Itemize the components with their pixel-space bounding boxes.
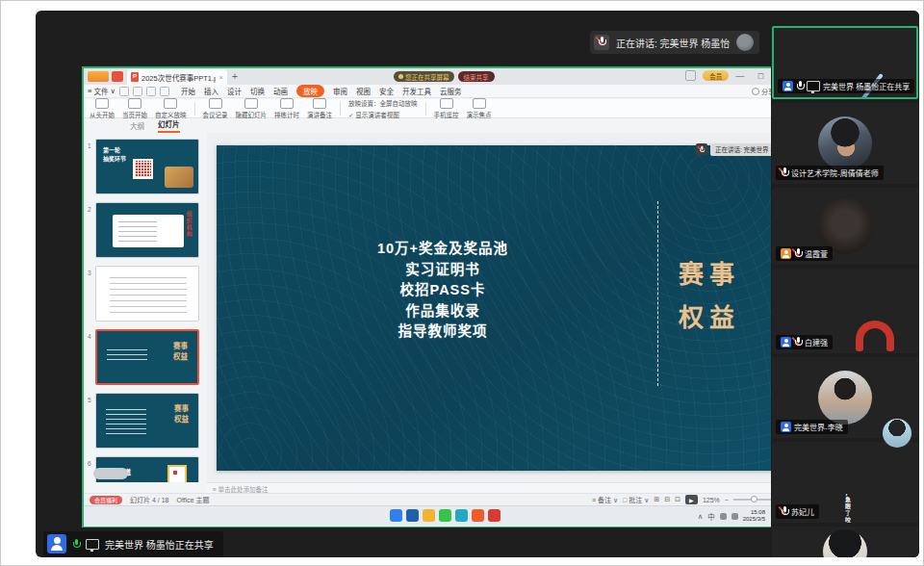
view-sorter-icon[interactable]: ⊟ bbox=[664, 496, 670, 503]
zoom-level[interactable]: 125% bbox=[703, 497, 720, 503]
tool-meeting-record[interactable]: 会议记录 bbox=[203, 98, 228, 119]
wechat-icon[interactable] bbox=[439, 509, 451, 522]
shared-screen-frame: 2025次世代赛事PPT1.pptx × + 您正在共享屏幕 结束共享 会员 —… bbox=[82, 66, 794, 527]
promo-pill[interactable]: 会员福利 bbox=[90, 496, 122, 504]
current-slide[interactable]: 10万+奖金及奖品池 实习证明书 校招PASS卡 作品集收录 指导教师奖项 赛事… bbox=[217, 145, 779, 471]
tray-expand-icon[interactable]: ∧ bbox=[698, 512, 704, 521]
wps-home-button[interactable] bbox=[88, 71, 109, 82]
thumb-number: 4 bbox=[88, 333, 91, 340]
participant-tile[interactable]: ，急眼了咬不到就急眼 苏妃儿 bbox=[772, 442, 918, 523]
sharing-indicator-pill: 您正在共享屏幕 bbox=[394, 71, 454, 82]
floating-cartoon-avatar bbox=[883, 419, 911, 448]
save-icon[interactable] bbox=[119, 87, 129, 96]
tab-review[interactable]: 审阅 bbox=[333, 86, 347, 96]
close-tab-icon[interactable]: × bbox=[218, 73, 223, 82]
tool-phone-remote[interactable]: 手机遥控 bbox=[434, 98, 459, 119]
browser-icon[interactable] bbox=[455, 509, 468, 522]
wifi-icon[interactable] bbox=[720, 513, 727, 520]
bullet-line: 实习证明书 bbox=[327, 260, 558, 281]
tab-home[interactable]: 开始 bbox=[181, 86, 195, 96]
play-slideshow-button[interactable]: ▶ bbox=[685, 495, 698, 504]
tab-slides[interactable]: 幻灯片 bbox=[158, 118, 180, 133]
volume-icon[interactable] bbox=[732, 513, 738, 520]
notes-bar[interactable]: ≡ 单击此处添加备注 bbox=[207, 482, 794, 493]
focus-icon bbox=[473, 98, 486, 109]
participant-name: 白建强 bbox=[805, 337, 828, 347]
tab-insert[interactable]: 插入 bbox=[204, 86, 218, 96]
print-icon[interactable] bbox=[133, 87, 142, 96]
ppt-doc-icon bbox=[131, 72, 139, 82]
windows-taskbar: ∧ 中 15:08 2025/3/5 bbox=[84, 505, 792, 527]
tool-custom-show[interactable]: 自定义放映 bbox=[155, 98, 187, 119]
ribbon-tabs: 开始 插入 设计 切换 动画 放映 审阅 视图 安全 开发工具 云服务 bbox=[181, 85, 462, 97]
presenter-view-checkbox[interactable]: ✓ 显示演讲者视图 bbox=[348, 110, 418, 119]
tool-rehearse[interactable]: 排练计时 bbox=[274, 98, 299, 119]
participants-panel: 完美世界 杨墨怡正在共享 设计艺术学院-周倩倩老师 温霞萱 bbox=[771, 11, 919, 557]
ppt-app-icon[interactable] bbox=[488, 509, 500, 522]
play-screen-icon bbox=[95, 98, 109, 109]
undo-icon[interactable] bbox=[146, 87, 156, 96]
view-normal-icon[interactable]: ⊞ bbox=[654, 496, 659, 503]
apps-grid-icon[interactable] bbox=[685, 70, 696, 81]
slide-thumbnail-4-selected[interactable]: 赛事权益 bbox=[95, 329, 199, 385]
status-bar: 会员福利 幻灯片 4 / 18 Office 主题 ≡ 备注 ∨ □ 批注 ∨ … bbox=[84, 493, 792, 505]
slide-thumbnail-3[interactable] bbox=[95, 266, 199, 322]
tool-from-current[interactable]: 当页开始 bbox=[122, 98, 147, 119]
bullet-line: 作品集收录 bbox=[327, 301, 558, 322]
participant-tile-sharer[interactable]: 完美世界 杨墨怡正在共享 bbox=[772, 26, 918, 99]
notes-toggle[interactable]: ≡ 备注 ∨ bbox=[592, 495, 618, 504]
meeting-icon bbox=[209, 98, 222, 109]
member-badge-icon bbox=[781, 248, 791, 259]
redo-icon[interactable] bbox=[160, 87, 169, 96]
document-tab[interactable]: 2025次世代赛事PPT1.pptx × bbox=[127, 69, 227, 85]
mic-badge-icon bbox=[696, 143, 707, 155]
participant-tile-partial[interactable] bbox=[772, 527, 918, 557]
participant-tile[interactable]: 设计艺术学院-周倩倩老师 bbox=[772, 103, 918, 184]
participant-name: 完美世界-李晓 bbox=[794, 422, 843, 432]
participant-tile[interactable]: 白建强 bbox=[772, 269, 918, 353]
toolbar-divider bbox=[194, 102, 195, 116]
comments-toggle[interactable]: □ 批注 ∨ bbox=[623, 495, 649, 504]
participant-tile[interactable]: 温霞萱 bbox=[772, 188, 918, 265]
tab-cloud[interactable]: 云服务 bbox=[440, 86, 462, 96]
tab-transition[interactable]: 切换 bbox=[250, 86, 265, 96]
host-badge-icon bbox=[783, 81, 793, 91]
toolbar-divider bbox=[425, 102, 426, 116]
slide-thumbnail-2[interactable]: 组织机构 bbox=[95, 202, 199, 258]
wps-app-icon[interactable] bbox=[472, 509, 484, 522]
zoom-slider-knob[interactable] bbox=[751, 496, 757, 502]
tab-view[interactable]: 视图 bbox=[356, 86, 371, 96]
tool-speaker-notes[interactable]: 演讲备注 bbox=[307, 98, 332, 119]
tool-hide-slide[interactable]: 隐藏幻灯片 bbox=[236, 98, 268, 119]
view-reading-icon[interactable]: ⊡ bbox=[675, 496, 680, 503]
tool-from-beginning[interactable]: 从头开始 bbox=[90, 98, 115, 119]
taskbar-clock[interactable]: 15:08 2025/3/5 bbox=[743, 509, 765, 523]
text-lines-graphic bbox=[107, 347, 147, 360]
user-avatar-icon bbox=[47, 534, 66, 553]
stop-share-button[interactable]: 结束共享 bbox=[458, 71, 495, 82]
tab-outline[interactable]: 大纲 bbox=[130, 120, 144, 133]
tool-presenter-focus[interactable]: 演示焦点 bbox=[467, 98, 492, 119]
wps-logo-icon[interactable] bbox=[112, 71, 123, 82]
show-settings-option[interactable]: 放映设置：全屏自动放映 bbox=[348, 98, 418, 108]
file-menu[interactable]: ≡ 文件 ∨ bbox=[88, 86, 116, 96]
meeting-app-icon[interactable] bbox=[390, 509, 402, 522]
screen-share-icon bbox=[807, 81, 820, 91]
member-button[interactable]: 会员 bbox=[703, 70, 729, 81]
new-tab-button[interactable]: + bbox=[232, 71, 238, 82]
dashed-divider bbox=[657, 201, 658, 386]
tab-design[interactable]: 设计 bbox=[227, 86, 242, 96]
file-explorer-icon[interactable] bbox=[423, 509, 435, 522]
slide-canvas[interactable]: 10万+奖金及奖品池 实习证明书 校招PASS卡 作品集收录 指导教师奖项 赛事… bbox=[207, 133, 794, 482]
ime-indicator[interactable]: 中 bbox=[707, 511, 715, 522]
slide-thumbnail-1[interactable]: 第一轮 抽奖环节 bbox=[95, 139, 199, 194]
search-icon[interactable] bbox=[406, 509, 419, 522]
tab-animation[interactable]: 动画 bbox=[273, 86, 288, 96]
zoom-out-button[interactable]: − bbox=[725, 497, 729, 503]
tab-slideshow-active[interactable]: 放映 bbox=[296, 85, 324, 97]
slide-thumbnail-5[interactable]: 赛事权益 bbox=[95, 393, 199, 449]
tab-devtools[interactable]: 开发工具 bbox=[402, 86, 431, 96]
member-badge-icon bbox=[781, 337, 791, 347]
tab-security[interactable]: 安全 bbox=[379, 86, 394, 96]
ribbon-tab-bar: ≡ 文件 ∨ 开始 插入 设计 切换 动画 放映 审阅 视图 安全 开发工具 云… bbox=[84, 85, 792, 98]
